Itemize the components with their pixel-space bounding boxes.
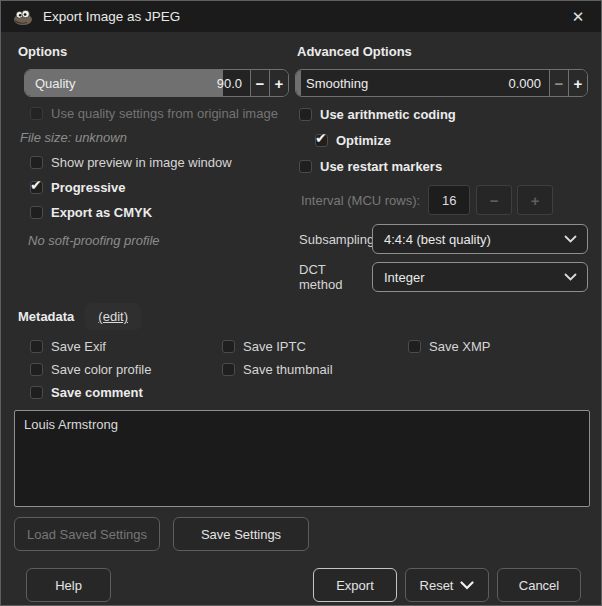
checkbox-label: Use arithmetic coding [320, 107, 456, 122]
checkbox-save-comment[interactable]: Save comment [30, 385, 222, 400]
checkbox-save-color-profile[interactable]: Save color profile [30, 362, 222, 377]
dct-method-value: Integer [384, 270, 424, 285]
check-icon: ✔ [315, 130, 327, 146]
checkbox-box [30, 340, 43, 353]
checkbox-box [299, 108, 312, 121]
checkbox-export-cmyk[interactable]: Export as CMYK [30, 205, 289, 220]
file-size-note: File size: unknown [20, 130, 289, 145]
checkbox-use-quality-settings: Use quality settings from original image [30, 106, 289, 121]
quality-value: 90.0 [217, 76, 242, 91]
help-button[interactable]: Help [26, 568, 111, 602]
export-jpeg-dialog: Export Image as JPEG ✕ Options Quality 9… [0, 0, 602, 606]
metadata-title: Metadata [18, 309, 74, 324]
smoothing-slider-label: Smoothing [306, 76, 368, 91]
checkbox-label: Progressive [51, 180, 125, 195]
quality-slider-label: Quality [35, 76, 75, 91]
smoothing-slider-fill [296, 70, 301, 96]
grid-spacer [408, 362, 588, 377]
close-icon[interactable]: ✕ [565, 4, 591, 30]
interval-increment-button: + [517, 185, 553, 215]
window-title: Export Image as JPEG [43, 9, 180, 24]
dct-method-label: DCT method [299, 262, 372, 292]
checkbox-save-thumbnail[interactable]: Save thumbnail [222, 362, 408, 377]
metadata-section-header: Metadata (edit) [14, 303, 588, 330]
chevron-down-icon [564, 235, 577, 243]
checkbox-box [30, 363, 43, 376]
quality-slider[interactable]: Quality 90.0 − + [24, 69, 289, 97]
advanced-options-section: Advanced Options Smoothing 0.000 − + Use… [295, 44, 588, 292]
reset-button[interactable]: Reset [405, 568, 489, 602]
comment-input[interactable]: Louis Armstrong [14, 410, 590, 507]
smoothing-decrement-button[interactable]: − [549, 70, 568, 96]
checkbox-box [222, 340, 235, 353]
checkbox-label: Show preview in image window [51, 155, 232, 170]
checkbox-label: Save color profile [51, 362, 151, 377]
smoothing-value: 0.000 [508, 76, 541, 91]
subsampling-row: Subsampling 4:4:4 (best quality) [295, 224, 588, 254]
checkbox-box [222, 363, 235, 376]
grid-spacer [222, 385, 408, 400]
checkbox-label: Use restart markers [320, 159, 442, 174]
checkbox-box [30, 206, 43, 219]
cancel-button[interactable]: Cancel [497, 568, 581, 602]
smoothing-increment-button[interactable]: + [568, 70, 587, 96]
checkbox-box: ✔ [30, 181, 43, 194]
export-button[interactable]: Export [313, 568, 397, 602]
checkbox-box [30, 156, 43, 169]
dct-method-row: DCT method Integer [295, 262, 588, 292]
checkbox-save-xmp[interactable]: Save XMP [408, 339, 588, 354]
metadata-edit-button[interactable]: (edit) [85, 303, 141, 330]
checkbox-restart-markers[interactable]: Use restart markers [299, 159, 588, 174]
subsampling-dropdown[interactable]: 4:4:4 (best quality) [372, 224, 588, 254]
checkbox-label: Save comment [51, 385, 143, 400]
gimp-wilber-icon [13, 9, 33, 25]
save-settings-button[interactable]: Save Settings [173, 517, 309, 551]
checkbox-label: Save Exif [51, 339, 106, 354]
grid-spacer [408, 385, 588, 400]
checkbox-box [30, 386, 43, 399]
smoothing-slider[interactable]: Smoothing 0.000 − + [295, 69, 588, 97]
options-header: Options [18, 44, 289, 59]
chevron-down-icon [564, 273, 577, 281]
chevron-down-icon [460, 581, 474, 590]
dct-method-dropdown[interactable]: Integer [372, 262, 588, 292]
checkbox-label: Export as CMYK [51, 205, 152, 220]
load-saved-settings-button[interactable]: Load Saved Settings [14, 517, 160, 551]
checkbox-show-preview[interactable]: Show preview in image window [30, 155, 289, 170]
dialog-actions-row: Help Export Reset Cancel [14, 568, 588, 602]
interval-label: Interval (MCU rows): [301, 193, 420, 208]
checkbox-label: Optimize [336, 133, 391, 148]
metadata-checkbox-grid: Save Exif Save IPTC Save XMP Save color … [30, 339, 588, 400]
subsampling-label: Subsampling [299, 232, 372, 247]
checkbox-label: Save IPTC [243, 339, 306, 354]
check-icon: ✔ [30, 177, 42, 193]
checkbox-progressive[interactable]: ✔ Progressive [30, 180, 289, 195]
quality-slider-track[interactable]: Quality 90.0 [25, 70, 250, 96]
titlebar: Export Image as JPEG ✕ [1, 1, 601, 32]
checkbox-arithmetic-coding[interactable]: Use arithmetic coding [299, 107, 588, 122]
advanced-options-header: Advanced Options [297, 44, 588, 59]
checkbox-box [30, 107, 43, 120]
quality-decrement-button[interactable]: − [250, 70, 269, 96]
dialog-content: Options Quality 90.0 − + Use quality set… [1, 32, 601, 602]
interval-decrement-button: − [476, 185, 512, 215]
soft-proofing-note: No soft-proofing profile [28, 233, 289, 248]
settings-buttons-row: Load Saved Settings Save Settings [14, 517, 588, 551]
interval-input: 16 [428, 185, 470, 215]
options-section: Options Quality 90.0 − + Use quality set… [14, 44, 295, 292]
checkbox-save-iptc[interactable]: Save IPTC [222, 339, 408, 354]
subsampling-value: 4:4:4 (best quality) [384, 232, 491, 247]
checkbox-label: Use quality settings from original image [51, 106, 278, 121]
quality-increment-button[interactable]: + [269, 70, 288, 96]
checkbox-optimize[interactable]: ✔ Optimize [315, 133, 588, 148]
checkbox-label: Save XMP [429, 339, 490, 354]
checkbox-label: Save thumbnail [243, 362, 333, 377]
checkbox-box [299, 160, 312, 173]
interval-row: Interval (MCU rows): 16 − + [295, 185, 588, 215]
reset-button-label: Reset [420, 578, 454, 593]
checkbox-box: ✔ [315, 134, 328, 147]
checkbox-save-exif[interactable]: Save Exif [30, 339, 222, 354]
checkbox-box [408, 340, 421, 353]
smoothing-slider-track[interactable]: Smoothing 0.000 [296, 70, 549, 96]
